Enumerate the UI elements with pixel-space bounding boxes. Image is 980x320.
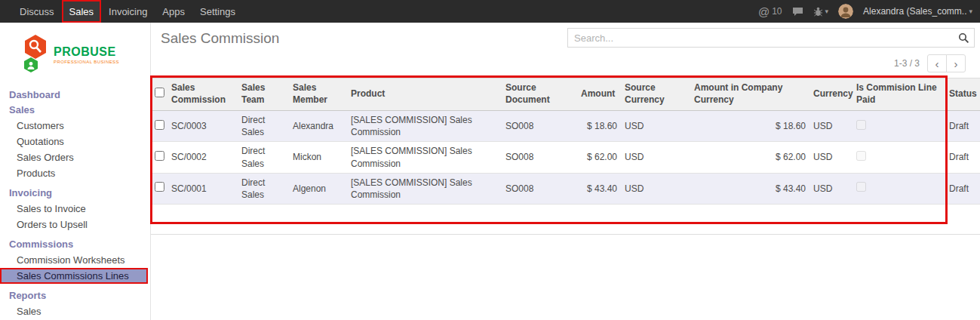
sidebar-item-sales-orders[interactable]: Sales Orders (0, 149, 150, 165)
chat-bubble-icon (792, 7, 803, 17)
topbar-right: @ 10 ▾ (758, 4, 980, 19)
page-title: Sales Commission (161, 30, 279, 47)
sidebar-section-reports[interactable]: Reports (0, 288, 150, 303)
chevron-left-icon: ‹ (935, 58, 939, 69)
cell-status: Draft (945, 111, 980, 142)
row-checkbox[interactable] (155, 120, 164, 130)
chevron-down-icon: ▾ (825, 8, 829, 15)
menu-settings[interactable]: Settings (192, 0, 243, 23)
sales-commission-list: Sales Commission Sales Team Sales Member… (151, 78, 980, 205)
user-name: Alexandra (Sales_comm.. (863, 6, 966, 17)
row-checkbox[interactable] (155, 182, 164, 192)
cell-amount: $ 43.40 (577, 173, 621, 204)
sidebar-section-invoicing[interactable]: Invoicing (0, 186, 150, 201)
cell-currency: USD (809, 111, 853, 142)
app-window: Discuss Sales Invoicing Apps Settings @ … (0, 0, 980, 320)
mentions-button[interactable]: @ 10 (758, 5, 782, 18)
row-select-cell (151, 111, 167, 142)
cell-sales-member: Mickon (289, 142, 347, 173)
col-header-product[interactable]: Product (347, 78, 502, 111)
sidebar-item-customers[interactable]: Customers (0, 118, 150, 134)
cell-sales-team: Direct Sales (238, 142, 289, 173)
cell-currency: USD (809, 173, 853, 204)
search-button[interactable] (953, 29, 974, 47)
select-all-cell[interactable] (151, 78, 167, 111)
col-header-sales-commission[interactable]: Sales Commission (167, 78, 238, 111)
row-select-cell (151, 142, 167, 173)
sidebar-item-reports-sales[interactable]: Sales (0, 303, 150, 319)
main-content: Sales Commission 1-3 / 3 ‹ › (151, 23, 980, 320)
sidebar-item-commission-worksheets[interactable]: Commission Worksheets (0, 252, 150, 268)
mention-count: 10 (772, 6, 782, 17)
table-header: Sales Commission Sales Team Sales Member… (151, 78, 980, 111)
logo-hexagons-icon (23, 35, 48, 74)
sidebar-item-sales-commissions-lines[interactable]: Sales Commissions Lines (0, 268, 148, 284)
pager-range: 1-3 / 3 (894, 58, 920, 69)
paid-checkbox (856, 182, 866, 192)
list-bottom-divider (151, 234, 980, 235)
cell-sales-member: Algenon (289, 173, 347, 204)
cell-amount: $ 62.00 (577, 142, 621, 173)
avatar-image (838, 4, 853, 19)
pager-previous-button[interactable]: ‹ (927, 54, 947, 72)
sidebar-item-sales-to-invoice[interactable]: Sales to Invoice (0, 201, 150, 217)
col-header-sales-team[interactable]: Sales Team (238, 78, 289, 111)
cell-amount-company: $ 62.00 (690, 142, 809, 173)
logo-subtitle: PROFESSIONAL BUSINESS (54, 60, 119, 64)
sidebar-item-orders-to-upsell[interactable]: Orders to Upsell (0, 217, 150, 232)
col-header-sales-member[interactable]: Sales Member (289, 78, 347, 111)
col-header-source-currency[interactable]: Source Currency (621, 78, 690, 111)
cell-amount-company: $ 18.60 (690, 111, 809, 142)
mention-icon: @ (758, 5, 770, 18)
bug-icon (813, 7, 823, 17)
messages-button[interactable] (792, 7, 803, 17)
sidebar-section-commissions[interactable]: Commissions (0, 237, 150, 252)
cell-amount-company: $ 43.40 (690, 173, 809, 204)
cell-source-currency: USD (621, 142, 690, 173)
cell-sales-team: Direct Sales (238, 111, 289, 142)
debug-menu-button[interactable]: ▾ (813, 7, 829, 17)
menu-apps[interactable]: Apps (155, 0, 192, 23)
cell-source-currency: USD (621, 173, 690, 204)
probuse-logo[interactable]: PROBUSE PROFESSIONAL BUSINESS (23, 35, 150, 74)
table-row[interactable]: SC/0002 Direct Sales Mickon [SALES COMMI… (151, 142, 980, 173)
topbar: Discuss Sales Invoicing Apps Settings @ … (0, 0, 980, 23)
table-row[interactable]: SC/0003 Direct Sales Alexandra [SALES CO… (151, 111, 980, 142)
user-menu[interactable]: Alexandra (Sales_comm.. ▾ (863, 6, 972, 17)
pager-next-button[interactable]: › (946, 54, 966, 72)
logo-text: PROBUSE PROFESSIONAL BUSINESS (54, 45, 119, 64)
cell-product: [SALES COMMISSION] Sales Commission (347, 142, 502, 173)
cell-source-currency: USD (621, 111, 690, 142)
search-icon (958, 32, 969, 44)
sidebar: PROBUSE PROFESSIONAL BUSINESS Dashboard … (0, 23, 151, 320)
pager-buttons: ‹ › (927, 54, 966, 72)
col-header-source-document[interactable]: Source Document (502, 78, 577, 111)
row-checkbox[interactable] (155, 151, 164, 161)
logo-title: PROBUSE (54, 45, 119, 59)
col-header-is-commision-line-paid[interactable]: Is Commision Line Paid (853, 78, 945, 111)
cell-product: [SALES COMMISSION] Sales Commission (347, 111, 502, 142)
menu-invoicing[interactable]: Invoicing (101, 0, 155, 23)
row-select-cell (151, 173, 167, 204)
cell-sales-member: Alexandra (289, 111, 347, 142)
cell-currency: USD (809, 142, 853, 173)
avatar[interactable] (838, 4, 853, 19)
sidebar-item-products[interactable]: Products (0, 165, 150, 181)
col-header-amount-company-currency[interactable]: Amount in Company Currency (690, 78, 809, 111)
table-row[interactable]: SC/0001 Direct Sales Algenon [SALES COMM… (151, 173, 980, 204)
sidebar-section-dashboard[interactable]: Dashboard (0, 88, 150, 103)
paid-checkbox (856, 151, 866, 161)
menu-sales[interactable]: Sales (62, 0, 102, 23)
cell-paid (853, 111, 945, 142)
menu-discuss[interactable]: Discuss (12, 0, 62, 23)
cell-reference: SC/0003 (167, 111, 238, 142)
search-input[interactable] (568, 32, 953, 44)
cell-source-document: SO008 (502, 111, 577, 142)
select-all-checkbox[interactable] (155, 88, 164, 97)
col-header-amount[interactable]: Amount (577, 78, 621, 111)
sidebar-item-quotations[interactable]: Quotations (0, 134, 150, 149)
sidebar-section-sales[interactable]: Sales (0, 103, 150, 118)
col-header-currency[interactable]: Currency (809, 78, 853, 111)
cell-reference: SC/0002 (167, 142, 238, 173)
col-header-status[interactable]: Status (945, 78, 980, 111)
